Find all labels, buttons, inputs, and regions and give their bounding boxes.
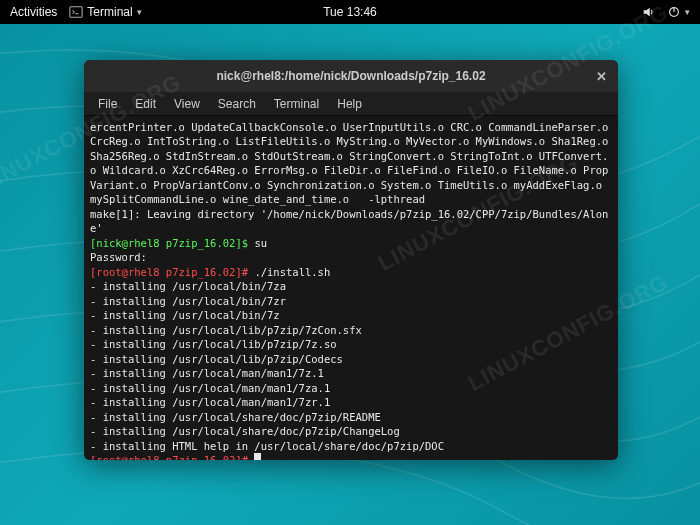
command: ./install.sh xyxy=(254,266,330,278)
prompt-root: [root@rhel8 p7zip_16.02]# xyxy=(90,266,254,278)
terminal-output[interactable]: ercentPrinter.o UpdateCallbackConsole.o … xyxy=(84,116,618,460)
output-line: - installing /usr/local/lib/p7zip/7z.so xyxy=(90,338,337,350)
svg-rect-0 xyxy=(70,7,82,18)
app-menu[interactable]: Terminal xyxy=(69,5,141,19)
output-line: - installing /usr/local/bin/7za xyxy=(90,280,286,292)
output-line: - installing /usr/local/share/doc/p7zip/… xyxy=(90,425,400,437)
prompt-user: [nick@rhel8 p7zip_16.02]$ xyxy=(90,237,254,249)
speaker-icon xyxy=(641,5,655,19)
close-icon: ✕ xyxy=(596,69,607,84)
volume-indicator[interactable] xyxy=(641,5,655,19)
menu-edit[interactable]: Edit xyxy=(127,95,164,113)
output-line: - installing /usr/local/man/man1/7za.1 xyxy=(90,382,330,394)
command: su xyxy=(254,237,267,249)
power-indicator[interactable] xyxy=(667,5,690,19)
prompt-root: [root@rhel8 p7zip_16.02]# xyxy=(90,454,254,460)
output-line: - installing HTML help in /usr/local/sha… xyxy=(90,440,444,452)
clock[interactable]: Tue 13:46 xyxy=(323,5,377,19)
power-icon xyxy=(667,5,681,19)
cursor xyxy=(254,453,261,460)
output-line: - installing /usr/local/share/doc/p7zip/… xyxy=(90,411,381,423)
app-menu-label: Terminal xyxy=(87,5,132,19)
menu-file[interactable]: File xyxy=(90,95,125,113)
output-line: - installing /usr/local/man/man1/7z.1 xyxy=(90,367,324,379)
window-title: nick@rhel8:/home/nick/Downloads/p7zip_16… xyxy=(216,69,485,83)
terminal-window: nick@rhel8:/home/nick/Downloads/p7zip_16… xyxy=(84,60,618,460)
output-line: - installing /usr/local/lib/p7zip/Codecs xyxy=(90,353,343,365)
output-line: - installing /usr/local/bin/7z xyxy=(90,309,280,321)
window-titlebar[interactable]: nick@rhel8:/home/nick/Downloads/p7zip_16… xyxy=(84,60,618,92)
gnome-topbar: Activities Terminal Tue 13:46 xyxy=(0,0,700,24)
activities-button[interactable]: Activities xyxy=(10,5,57,19)
menubar: File Edit View Search Terminal Help xyxy=(84,92,618,116)
output-line: make[1]: Leaving directory '/home/nick/D… xyxy=(90,208,608,234)
output-line: ercentPrinter.o UpdateCallbackConsole.o … xyxy=(90,121,615,205)
menu-help[interactable]: Help xyxy=(329,95,370,113)
menu-view[interactable]: View xyxy=(166,95,208,113)
output-line: Password: xyxy=(90,251,147,263)
output-line: - installing /usr/local/man/man1/7zr.1 xyxy=(90,396,330,408)
menu-search[interactable]: Search xyxy=(210,95,264,113)
output-line: - installing /usr/local/lib/p7zip/7zCon.… xyxy=(90,324,362,336)
terminal-icon xyxy=(69,5,83,19)
output-line: - installing /usr/local/bin/7zr xyxy=(90,295,286,307)
menu-terminal[interactable]: Terminal xyxy=(266,95,327,113)
close-button[interactable]: ✕ xyxy=(590,65,612,87)
